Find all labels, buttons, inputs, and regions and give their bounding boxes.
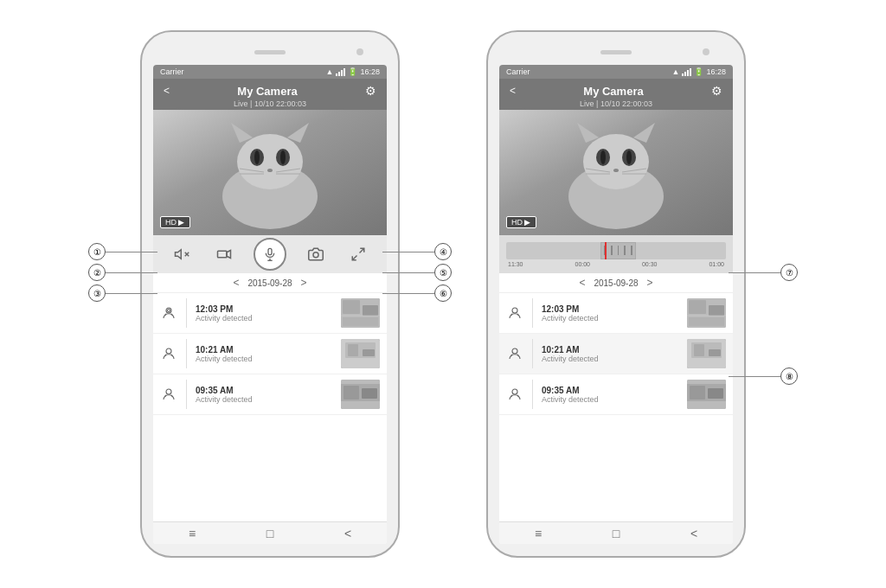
settings-button-left[interactable]: ⚙ <box>362 82 380 99</box>
battery-left: 🔋 <box>348 67 357 76</box>
svg-rect-18 <box>217 251 227 258</box>
status-right-left: ▲ 🔋 16:28 <box>326 67 380 76</box>
tl-label-2: 00:00 <box>575 261 590 267</box>
event-desc-1-right: Activity detected <box>542 314 682 323</box>
screen-right: Carrier ▲ 🔋 16:28 <box>499 65 733 544</box>
ann-line-4 <box>382 252 434 252</box>
date-next-right[interactable]: > <box>647 277 653 289</box>
ann-line-1 <box>106 252 157 252</box>
svg-line-74 <box>517 355 519 356</box>
back-button-left[interactable]: < <box>160 83 173 99</box>
ann-line-3 <box>106 293 157 294</box>
annotation-8: ⑧ <box>729 368 798 385</box>
svg-point-27 <box>168 310 170 312</box>
back-button-right[interactable]: < <box>506 83 519 99</box>
annotation-1: ① <box>88 243 157 260</box>
wifi-icon-left: ▲ <box>326 67 334 76</box>
ann-circle-3: ③ <box>88 284 106 302</box>
svg-point-10 <box>267 169 273 172</box>
camera-dot-right <box>703 48 709 55</box>
mic-button-left[interactable] <box>254 238 286 271</box>
event-divider-3 <box>186 380 187 409</box>
event-desc-3-right: Activity detected <box>542 395 682 404</box>
svg-rect-31 <box>343 300 360 314</box>
time-left: 16:28 <box>360 67 380 76</box>
ann-line-8 <box>729 376 780 377</box>
event-item-3-left[interactable]: 09:35 AM Activity detected <box>153 374 387 415</box>
tick-3 <box>618 246 620 256</box>
event-time-3-left: 09:35 AM <box>196 386 336 395</box>
camera-subtitle-left: Live | 10/10 22:00:03 <box>234 99 306 108</box>
event-text-2-right: 10:21 AM Activity detected <box>542 345 682 363</box>
snapshot-button-left[interactable] <box>303 241 329 267</box>
nav-menu-right[interactable]: ≡ <box>525 522 551 545</box>
nav-home-left[interactable]: □ <box>257 522 283 545</box>
timeline-track-right[interactable] <box>506 242 726 259</box>
svg-line-28 <box>165 314 167 316</box>
event-item-1-left[interactable]: 12:03 PM Activity detected <box>153 293 387 334</box>
svg-point-52 <box>583 134 649 189</box>
event-icon-2-left <box>160 345 177 362</box>
tick-4 <box>624 246 626 256</box>
event-thumb-1-left[interactable] <box>341 298 380 328</box>
bottom-nav-left: ≡ □ < <box>153 521 387 544</box>
svg-marker-15 <box>175 250 181 259</box>
svg-line-65 <box>511 314 513 316</box>
date-prev-left[interactable]: < <box>233 277 239 289</box>
mute-button-left[interactable] <box>169 241 195 267</box>
ann-line-5 <box>382 272 434 273</box>
timeline-bar-right[interactable]: 11:30 00:00 00:30 01:00 <box>499 235 733 273</box>
settings-button-right[interactable]: ⚙ <box>708 82 726 99</box>
svg-line-36 <box>165 355 167 356</box>
hd-badge-left[interactable]: HD ▶ <box>160 216 190 228</box>
event-text-3-left: 09:35 AM Activity detected <box>196 386 336 404</box>
svg-marker-19 <box>227 251 231 259</box>
svg-line-37 <box>171 355 173 356</box>
event-divider-2 <box>186 339 187 368</box>
cam-header-right: < My Camera ⚙ Live | 10/10 22:00:03 <box>499 79 733 110</box>
svg-rect-48 <box>362 388 377 399</box>
annotation-4: ④ <box>382 243 452 260</box>
phone-left: Carrier ▲ 🔋 16:28 <box>140 30 400 558</box>
nav-menu-left[interactable]: ≡ <box>179 522 205 545</box>
event-thumb-3-right[interactable] <box>687 380 726 409</box>
date-next-left[interactable]: > <box>301 277 307 289</box>
event-item-1-right[interactable]: 12:03 PM Activity detected <box>499 293 733 334</box>
event-thumb-3-left[interactable] <box>341 380 380 409</box>
event-time-2-right: 10:21 AM <box>542 345 682 355</box>
event-thumb-2-right[interactable] <box>687 339 726 368</box>
ann-circle-8: ⑧ <box>780 368 798 385</box>
fullscreen-button-left[interactable] <box>345 241 371 267</box>
event-item-2-left[interactable]: 10:21 AM Activity detected <box>153 334 387 374</box>
event-desc-3-left: Activity detected <box>196 395 336 404</box>
nav-home-right[interactable]: □ <box>603 522 629 545</box>
nav-back-left[interactable]: < <box>335 522 361 545</box>
battery-right: 🔋 <box>694 67 703 76</box>
svg-line-24 <box>360 248 364 252</box>
svg-line-43 <box>165 395 167 397</box>
svg-point-79 <box>512 389 517 394</box>
svg-rect-69 <box>709 305 724 316</box>
tl-label-3: 00:30 <box>642 261 658 267</box>
event-thumb-2-left[interactable] <box>341 339 380 368</box>
phone-right: Carrier ▲ 🔋 16:28 <box>486 30 746 558</box>
event-item-3-right[interactable]: 09:35 AM Activity detected <box>499 374 733 415</box>
nav-back-right[interactable]: < <box>681 522 707 545</box>
event-divider-r1 <box>532 298 533 328</box>
time-right: 16:28 <box>706 67 726 76</box>
event-time-2-left: 10:21 AM <box>196 345 336 355</box>
event-icon-3-right <box>506 386 523 403</box>
tl-label-4: 01:00 <box>709 261 724 267</box>
event-time-3-right: 09:35 AM <box>542 386 682 395</box>
event-divider-1 <box>186 298 187 328</box>
hd-badge-right[interactable]: HD ▶ <box>506 216 536 228</box>
annotation-7: ⑦ <box>729 264 798 281</box>
ann-circle-4: ④ <box>434 243 452 260</box>
event-thumb-1-right[interactable] <box>687 298 726 328</box>
svg-rect-41 <box>363 349 375 356</box>
camera-title-left: My Camera <box>173 85 362 98</box>
date-nav-right: < 2015-09-28 > <box>499 273 733 293</box>
video-button-left[interactable] <box>211 241 237 267</box>
date-prev-right[interactable]: < <box>579 277 585 289</box>
event-item-2-right[interactable]: 10:21 AM Activity detected <box>499 334 733 374</box>
